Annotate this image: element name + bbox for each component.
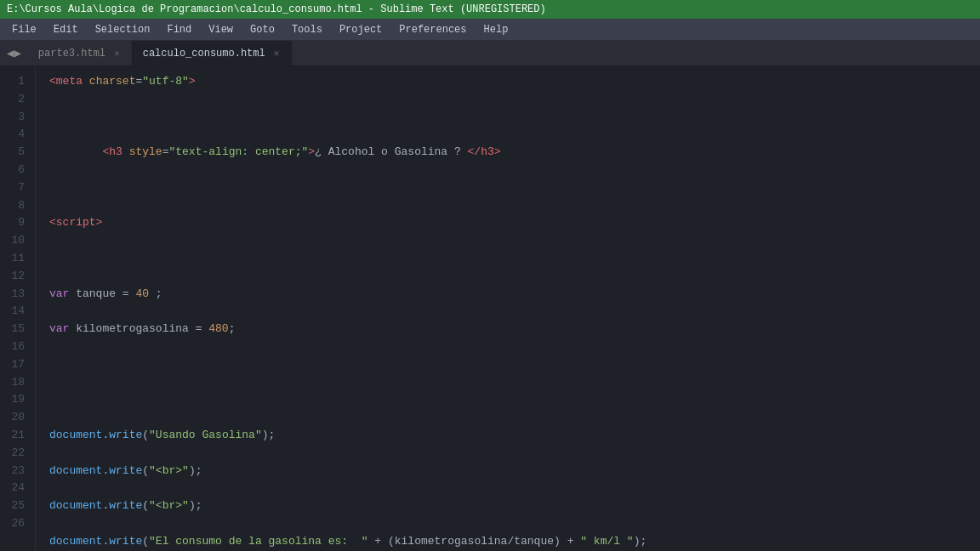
line-num-17: 17 <box>7 356 25 374</box>
line-num-6: 6 <box>7 162 25 179</box>
title-text: E:\Cursos Aula\Logica de Programacion\ca… <box>7 3 546 15</box>
tab-bar: ◀▶ parte3.html ✕ calculo_consumo.html ✕ <box>0 41 980 66</box>
line-num-26: 26 <box>7 515 25 533</box>
line-num-18: 18 <box>7 374 25 392</box>
tab-calculo[interactable]: calculo_consumo.html ✕ <box>133 41 293 65</box>
menu-tools[interactable]: Tools <box>283 21 331 38</box>
menu-preferences[interactable]: Preferences <box>390 21 475 38</box>
menu-selection[interactable]: Selection <box>87 21 159 38</box>
tab-calculo-label: calculo_consumo.html <box>143 48 265 60</box>
menu-help[interactable]: Help <box>476 21 517 38</box>
menu-project[interactable]: Project <box>331 21 390 38</box>
menu-bar: File Edit Selection Find View Goto Tools… <box>0 19 980 41</box>
code-line-10 <box>49 391 966 409</box>
menu-goto[interactable]: Goto <box>242 21 283 38</box>
menu-edit[interactable]: Edit <box>45 21 87 38</box>
line-num-20: 20 <box>7 409 25 427</box>
line-num-2: 2 <box>7 91 25 109</box>
code-line-5: <script> <box>49 214 966 232</box>
tab-calculo-close[interactable]: ✕ <box>272 47 282 60</box>
code-line-11: document.write("Usando Gasolina"); <box>49 427 966 445</box>
tab-parte3-label: parte3.html <box>38 48 105 60</box>
tab-parte3-close[interactable]: ✕ <box>112 47 122 60</box>
menu-find[interactable]: Find <box>158 21 200 38</box>
code-line-4 <box>49 179 966 197</box>
code-line-1: <meta charset="utf-8"> <box>49 73 966 91</box>
line-num-7: 7 <box>7 179 25 197</box>
code-line-6 <box>49 250 966 268</box>
line-num-21: 21 <box>7 427 25 445</box>
line-num-25: 25 <box>7 497 25 515</box>
line-num-15: 15 <box>7 321 25 338</box>
line-num-22: 22 <box>7 445 25 463</box>
code-line-3: <h3 style="text-align: center;">¿ Alcoho… <box>49 144 966 162</box>
line-num-4: 4 <box>7 126 25 144</box>
line-num-16: 16 <box>7 338 25 356</box>
line-num-10: 10 <box>7 232 25 250</box>
code-line-8: var kilometrogasolina = 480; <box>49 321 966 338</box>
code-line-7: var tanque = 40 ; <box>49 286 966 304</box>
tab-parte3[interactable]: parte3.html ✕ <box>28 41 133 65</box>
code-line-12: document.write("<br>"); <box>49 463 966 480</box>
code-line-14: document.write("El consumo de la gasolin… <box>49 533 966 551</box>
line-numbers: 1 2 3 4 5 6 7 8 9 10 11 12 13 14 15 16 1… <box>0 66 36 551</box>
menu-view[interactable]: View <box>200 21 242 38</box>
code-line-2 <box>49 109 966 127</box>
line-num-11: 11 <box>7 250 25 268</box>
line-num-14: 14 <box>7 303 25 321</box>
line-num-24: 24 <box>7 480 25 497</box>
title-bar: E:\Cursos Aula\Logica de Programacion\ca… <box>0 0 980 19</box>
editor: 1 2 3 4 5 6 7 8 9 10 11 12 13 14 15 16 1… <box>0 66 980 551</box>
code-line-9 <box>49 356 966 374</box>
line-num-5: 5 <box>7 144 25 162</box>
line-num-13: 13 <box>7 286 25 304</box>
line-num-8: 8 <box>7 197 25 215</box>
line-num-23: 23 <box>7 463 25 480</box>
line-num-3: 3 <box>7 109 25 127</box>
line-num-1: 1 <box>7 73 25 91</box>
code-area[interactable]: <meta charset="utf-8"> <h3 style="text-a… <box>36 66 980 551</box>
menu-file[interactable]: File <box>3 21 45 38</box>
tab-nav-left[interactable]: ◀▶ <box>0 41 28 65</box>
line-num-9: 9 <box>7 214 25 232</box>
line-num-19: 19 <box>7 391 25 409</box>
line-num-12: 12 <box>7 268 25 286</box>
code-line-13: document.write("<br>"); <box>49 497 966 515</box>
